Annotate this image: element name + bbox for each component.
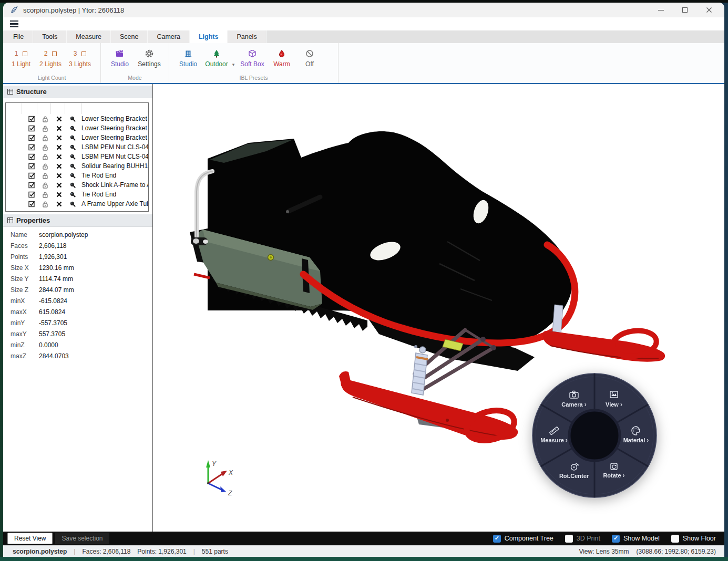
ribbon-tab[interactable]: Measure — [67, 30, 111, 43]
magnifier-icon[interactable] — [66, 125, 79, 132]
structure-panel-header[interactable]: Structure — [3, 86, 152, 98]
maximize-button[interactable] — [673, 3, 697, 17]
lock-icon[interactable] — [38, 125, 52, 132]
close-button[interactable] — [697, 3, 721, 17]
radial-view-item[interactable]: View› — [606, 401, 622, 408]
ribbon-tab[interactable]: Camera — [148, 30, 189, 43]
magnifier-icon[interactable] — [66, 153, 79, 160]
delete-x-icon[interactable] — [52, 153, 66, 160]
lock-icon[interactable] — [38, 153, 52, 160]
toggle-checkbox[interactable]: 3D Print — [565, 535, 600, 543]
ibl-outdoor-button[interactable]: Outdoor — [203, 48, 230, 68]
visibility-checkbox-icon[interactable] — [25, 163, 38, 170]
mode-studio-button[interactable]: Studio — [105, 48, 135, 68]
ribbon-tab[interactable]: Lights — [190, 30, 228, 43]
magnifier-icon[interactable] — [66, 163, 79, 170]
delete-x-icon[interactable] — [52, 163, 66, 170]
lock-icon[interactable] — [38, 134, 52, 141]
three-lights-button[interactable]: 3 3 Lights — [65, 48, 95, 68]
light-count-number: 1 — [15, 50, 18, 57]
ribbon-tab[interactable]: Panels — [228, 30, 266, 43]
visibility-checkbox-icon[interactable] — [25, 153, 38, 160]
ibl-studio-button[interactable]: Studio — [173, 48, 203, 68]
visibility-checkbox-icon[interactable] — [25, 116, 38, 122]
radial-camera-item[interactable]: Camera› — [561, 401, 586, 408]
tree-row[interactable]: Lower Steering Bracket M — [6, 123, 148, 133]
left-ski[interactable] — [339, 371, 518, 445]
toggle-checkbox[interactable]: Show Floor — [671, 535, 716, 543]
delete-x-icon[interactable] — [52, 134, 66, 141]
part-name: Tie Rod End — [81, 172, 116, 179]
hamburger-menu-icon[interactable] — [10, 20, 18, 27]
delete-x-icon[interactable] — [52, 116, 66, 122]
radial-rotcenter-item[interactable]: Rot.Center — [559, 473, 589, 479]
visibility-checkbox-icon[interactable] — [25, 144, 38, 151]
visibility-checkbox-icon[interactable] — [25, 134, 38, 141]
delete-x-icon[interactable] — [52, 172, 66, 179]
delete-x-icon[interactable] — [52, 191, 66, 198]
toggle-checkbox[interactable]: Show Model — [612, 535, 660, 543]
radial-measure-item[interactable]: Measure› — [540, 437, 568, 444]
snowmobile-body[interactable] — [208, 131, 572, 352]
tree-row[interactable]: Shock Link A-Frame to A — [6, 180, 148, 190]
tree-row[interactable]: LSBM PEM Nut CLS-0420 — [6, 152, 148, 161]
checkbox-icon[interactable] — [612, 535, 620, 543]
magnifier-icon[interactable] — [66, 116, 79, 122]
part-name: A Frame Upper Axle Tub — [81, 200, 148, 207]
magnifier-icon[interactable] — [66, 182, 79, 189]
checkbox-icon[interactable] — [671, 535, 679, 543]
tree-row[interactable]: LSBM PEM Nut CLS-0420 — [6, 142, 148, 152]
magnifier-icon[interactable] — [66, 134, 79, 141]
group-label-ibl-presets: IBL Presets — [169, 75, 338, 81]
ribbon-tab[interactable]: File — [4, 30, 33, 43]
delete-x-icon[interactable] — [52, 201, 66, 207]
toggle-checkbox[interactable]: Component Tree — [493, 535, 553, 543]
ribbon-tab[interactable]: Tools — [33, 30, 67, 43]
magnifier-icon[interactable] — [66, 201, 79, 207]
properties-panel-title: Properties — [16, 216, 50, 224]
ribbon-tab[interactable]: Scene — [111, 30, 148, 43]
mode-studio-label: Studio — [111, 60, 129, 68]
visibility-checkbox-icon[interactable] — [25, 182, 38, 189]
3d-viewport[interactable]: Y X Z — [153, 84, 724, 532]
tree-row[interactable]: Tie Rod End — [6, 190, 148, 199]
lock-icon[interactable] — [38, 182, 52, 189]
delete-x-icon[interactable] — [52, 125, 66, 132]
properties-panel-header[interactable]: Properties — [3, 214, 152, 227]
magnifier-icon[interactable] — [66, 144, 79, 151]
minimize-button[interactable] — [649, 3, 673, 17]
lock-icon[interactable] — [38, 163, 52, 170]
delete-x-icon[interactable] — [52, 144, 66, 151]
visibility-checkbox-icon[interactable] — [25, 172, 38, 179]
ibl-softbox-button[interactable]: Soft Box — [237, 48, 268, 68]
tree-row[interactable]: Lower Steering Bracket M — [6, 133, 148, 142]
lock-icon[interactable] — [38, 191, 52, 198]
save-selection-button[interactable]: Save selection — [55, 533, 109, 544]
radial-material-item[interactable]: Material› — [623, 437, 649, 444]
one-light-button[interactable]: 1 1 Light — [6, 48, 36, 68]
visibility-checkbox-icon[interactable] — [25, 201, 38, 207]
lock-icon[interactable] — [38, 144, 52, 151]
lock-icon[interactable] — [38, 201, 52, 207]
reset-view-button[interactable]: Reset View — [7, 533, 53, 544]
visibility-checkbox-icon[interactable] — [25, 191, 38, 198]
magnifier-icon[interactable] — [66, 172, 79, 179]
lock-icon[interactable] — [38, 172, 52, 179]
radial-rotate-item[interactable]: Rotate› — [603, 472, 624, 479]
visibility-checkbox-icon[interactable] — [25, 125, 38, 132]
tree-row[interactable]: Tie Rod End — [6, 171, 148, 180]
tree-row[interactable]: Solidur Bearing BUHH10 — [6, 161, 148, 171]
checkbox-icon[interactable] — [565, 535, 573, 543]
ibl-warm-button[interactable]: Warm — [268, 48, 295, 68]
ibl-off-button[interactable]: Off — [295, 48, 324, 68]
two-lights-button[interactable]: 2 2 Lights — [36, 48, 65, 68]
settings-button[interactable]: Settings — [135, 48, 164, 68]
outdoor-dropdown-caret[interactable]: ▾ — [230, 62, 237, 67]
tree-row[interactable]: A Frame Upper Axle Tub — [6, 199, 148, 209]
delete-x-icon[interactable] — [52, 182, 66, 189]
lock-icon[interactable] — [38, 116, 52, 122]
right-ski[interactable] — [542, 305, 665, 362]
checkbox-icon[interactable] — [493, 535, 501, 543]
tree-row[interactable]: Lower Steering Bracket M — [6, 114, 148, 123]
magnifier-icon[interactable] — [66, 191, 79, 198]
